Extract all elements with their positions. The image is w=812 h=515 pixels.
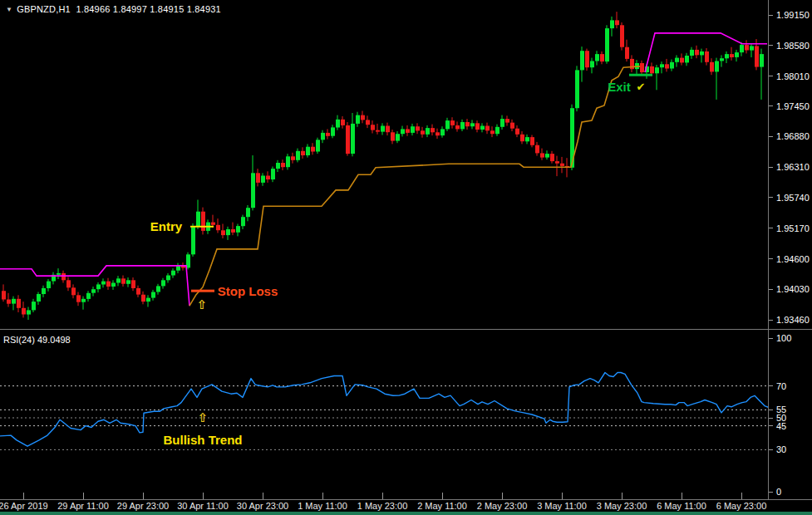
price-axis-label: 1.98580 [776, 41, 810, 51]
time-axis-label: 30 Apr 23:00 [237, 501, 288, 511]
mt4-chart-window: ▼GBPNZD,H1 1.84966 1.84997 1.84915 1.849… [0, 0, 812, 515]
price-tick [769, 197, 773, 198]
time-axis-label: 1 May 23:00 [357, 501, 408, 511]
rsi-name: RSI(24) [3, 335, 35, 345]
price-tick [769, 289, 773, 290]
chevron-down-icon: ▼ [6, 6, 12, 13]
symbol-label: GBPNZD,H1 [17, 4, 71, 14]
price-axis-label: 1.96880 [776, 131, 810, 141]
price-axis-label: 1.95740 [776, 193, 810, 203]
time-tick [143, 493, 144, 499]
rsi-value: 49.0498 [37, 335, 71, 345]
rsi-tick [769, 492, 773, 493]
rsi-axis-label: 100 [776, 333, 791, 343]
close-value: 1.84931 [187, 4, 221, 14]
price-chart-panel[interactable]: ▼GBPNZD,H1 1.84966 1.84997 1.84915 1.849… [0, 0, 769, 330]
time-axis-label: 6 May 23:00 [716, 501, 767, 511]
price-axis-label: 1.96310 [776, 162, 810, 172]
candlestick-chart[interactable] [0, 0, 769, 330]
price-tick [769, 258, 773, 259]
time-axis-label: 30 Apr 11:00 [177, 501, 229, 511]
candles-series[interactable] [2, 12, 764, 320]
time-tick [622, 493, 623, 499]
price-axis-label: 1.94030 [776, 284, 810, 294]
price-tick [769, 228, 773, 228]
time-tick [442, 493, 443, 499]
rsi-tick [769, 418, 773, 419]
price-tick [769, 15, 773, 16]
uptrend-line[interactable] [189, 66, 640, 306]
downtrend-line-0[interactable] [0, 266, 189, 306]
price-axis-label: 1.95170 [776, 223, 810, 233]
time-tick [562, 493, 563, 499]
time-axis-label: 1 May 11:00 [298, 501, 347, 511]
time-tick [263, 493, 263, 499]
price-axis-label: 1.93460 [776, 315, 810, 325]
price-tick [769, 136, 773, 137]
rsi-tick [769, 385, 773, 386]
price-tick [769, 320, 773, 321]
price-tick [769, 76, 773, 76]
price-axis-label: 1.99150 [776, 10, 810, 20]
time-tick [322, 493, 323, 499]
time-tick [502, 493, 503, 499]
low-value: 1.84915 [150, 4, 184, 14]
time-tick [203, 493, 204, 499]
time-tick [83, 493, 84, 499]
time-axis-label: 3 May 11:00 [537, 501, 587, 511]
time-tick [741, 493, 742, 499]
time-axis-label: 6 May 11:00 [657, 501, 706, 511]
time-tick [23, 493, 24, 499]
time-tick [682, 493, 682, 499]
price-tick [769, 105, 773, 106]
time-axis-label: 2 May 11:00 [417, 501, 467, 511]
price-axis[interactable]: 1.991501.985801.980101.974501.968801.963… [769, 0, 812, 329]
window-bottom-strip [0, 512, 812, 515]
rsi-axis[interactable]: 10070555045300 [769, 331, 812, 499]
time-axis-label: 26 Apr 2019 [0, 501, 48, 511]
price-axis-label: 1.98010 [776, 71, 810, 81]
high-value: 1.84997 [113, 4, 147, 14]
price-tick [769, 167, 773, 168]
time-axis-label: 29 Apr 23:00 [117, 501, 169, 511]
time-axis-label: 29 Apr 11:00 [57, 501, 109, 511]
rsi-panel[interactable] [0, 331, 769, 499]
rsi-chart[interactable] [0, 331, 769, 499]
rsi-axis-label: 0 [776, 487, 781, 497]
rsi-axis-label: 70 [776, 381, 786, 391]
rsi-tick [769, 425, 773, 426]
time-axis-label: 3 May 23:00 [597, 501, 647, 511]
rsi-tick [769, 449, 773, 450]
rsi-axis-label: 45 [776, 421, 786, 431]
time-axis[interactable]: 26 Apr 201929 Apr 11:0029 Apr 23:0030 Ap… [0, 499, 812, 512]
panel-splitter[interactable] [0, 329, 812, 330]
price-axis-label: 1.97450 [776, 101, 810, 111]
rsi-axis-label: 30 [776, 444, 786, 454]
rsi-tick [769, 338, 773, 339]
time-tick [382, 493, 383, 499]
price-tick [769, 45, 773, 46]
rsi-indicator-label: RSI(24) 49.0498 [3, 335, 71, 345]
open-value: 1.84966 [76, 4, 110, 14]
rsi-line[interactable] [0, 373, 769, 447]
rsi-tick [769, 410, 773, 410]
time-axis-label: 2 May 23:00 [477, 501, 528, 511]
symbol-info-bar: ▼GBPNZD,H1 1.84966 1.84997 1.84915 1.849… [6, 4, 221, 14]
price-axis-label: 1.94600 [776, 254, 810, 264]
